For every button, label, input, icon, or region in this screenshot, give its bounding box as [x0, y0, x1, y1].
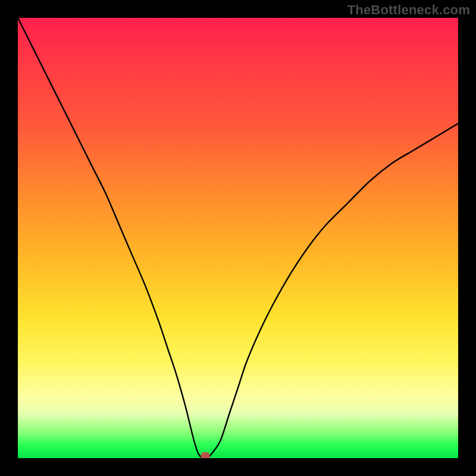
optimum-marker	[201, 452, 209, 458]
watermark-text: TheBottleneck.com	[347, 2, 470, 18]
chart-frame: TheBottleneck.com	[0, 0, 476, 476]
plot-area	[18, 18, 458, 458]
curve-path	[18, 18, 458, 458]
bottleneck-curve	[18, 18, 458, 458]
